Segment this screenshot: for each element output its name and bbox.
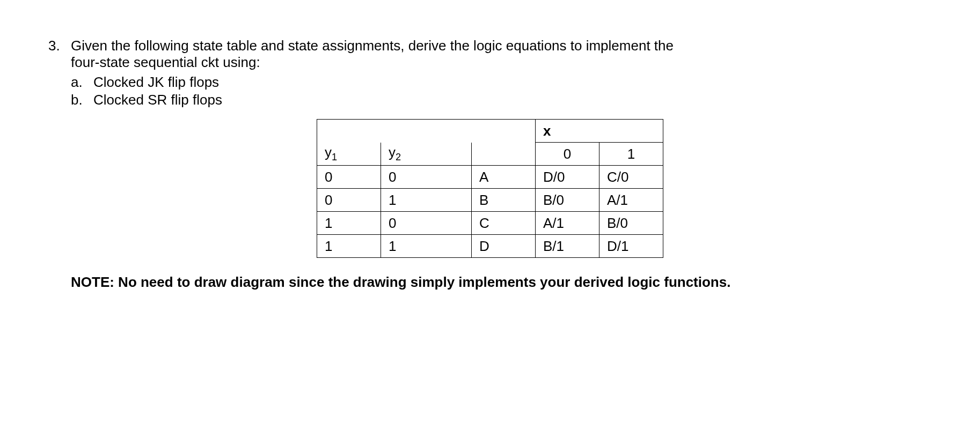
sub-letter: b.: [71, 92, 93, 108]
sub-item-b: b. Clocked SR flip flops: [71, 92, 932, 108]
note-text: NOTE: No need to draw diagram since the …: [48, 274, 932, 291]
table-header-row-1: x: [317, 120, 663, 143]
table-row: 0 1 B B/0 A/1: [317, 189, 663, 212]
table-header-row-2: y1 y2 0 1: [317, 143, 663, 166]
cell-x1: A/1: [599, 189, 663, 212]
table-row: 0 0 A D/0 C/0: [317, 166, 663, 189]
cell-x0: B/0: [536, 189, 599, 212]
cell-x0: B/1: [536, 235, 599, 258]
blank-cell: [317, 120, 381, 143]
x-header: x: [536, 120, 663, 143]
table-row: 1 0 C A/1 B/0: [317, 212, 663, 235]
cell-x0: D/0: [536, 166, 599, 189]
sub-question-list: a. Clocked JK flip flops b. Clocked SR f…: [71, 74, 932, 108]
cell-x1: C/0: [599, 166, 663, 189]
blank-cell: [472, 120, 536, 143]
blank-cell: [472, 143, 536, 166]
cell-y1: 0: [317, 166, 381, 189]
sub-item-a: a. Clocked JK flip flops: [71, 74, 932, 91]
cell-x1: B/0: [599, 212, 663, 235]
cell-x0: A/1: [536, 212, 599, 235]
question-number: 3.: [48, 38, 71, 54]
cell-y2: 1: [381, 189, 472, 212]
y1-header: y1: [317, 143, 381, 166]
blank-cell: [381, 120, 472, 143]
sub-letter: a.: [71, 74, 93, 91]
cell-y2: 1: [381, 235, 472, 258]
x1-header: 1: [599, 143, 663, 166]
y2-header: y2: [381, 143, 472, 166]
cell-state-name: B: [472, 189, 536, 212]
question-body: Given the following state table and stat…: [71, 38, 932, 109]
cell-state-name: A: [472, 166, 536, 189]
cell-y1: 0: [317, 189, 381, 212]
cell-state-name: D: [472, 235, 536, 258]
cell-state-name: C: [472, 212, 536, 235]
question-prompt-line1: Given the following state table and stat…: [71, 38, 674, 54]
state-table: x y1 y2 0 1 0 0 A D/0 C/0 0 1 B B/0 A/1: [317, 119, 663, 258]
cell-y2: 0: [381, 166, 472, 189]
sub-text: Clocked SR flip flops: [93, 92, 222, 108]
sub-text: Clocked JK flip flops: [93, 74, 219, 91]
cell-y2: 0: [381, 212, 472, 235]
question-block: 3. Given the following state table and s…: [48, 38, 932, 109]
cell-y1: 1: [317, 212, 381, 235]
state-table-wrap: x y1 y2 0 1 0 0 A D/0 C/0 0 1 B B/0 A/1: [48, 119, 932, 258]
cell-y1: 1: [317, 235, 381, 258]
cell-x1: D/1: [599, 235, 663, 258]
question-prompt-line2: four-state sequential ckt using:: [71, 54, 260, 70]
x0-header: 0: [536, 143, 599, 166]
table-row: 1 1 D B/1 D/1: [317, 235, 663, 258]
